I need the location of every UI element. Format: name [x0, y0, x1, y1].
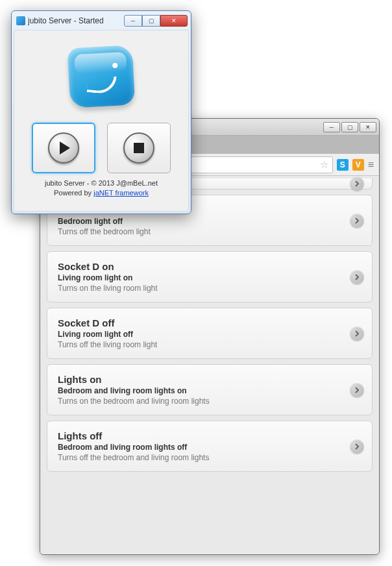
bookmark-star-icon[interactable]: ☆	[320, 159, 328, 171]
item-subtitle: Bedroom light off	[58, 217, 343, 226]
footer-prefix: Powered by	[54, 189, 93, 197]
item-description: Turns off the bedroom light	[58, 227, 343, 236]
app-titlebar[interactable]: jubito Server - Started ─ ▢ ✕	[14, 13, 189, 29]
item-description: Turns off the bedroom and living room li…	[58, 453, 343, 462]
item-description: Turns on the living room light	[58, 284, 343, 293]
item-subtitle: Bedroom and living room lights off	[58, 443, 343, 452]
skype-extension-icon[interactable]: S	[337, 159, 349, 171]
item-subtitle: Living room light off	[58, 330, 343, 339]
footer-copyright: jubito Server - © 2013 J@mBeL.net	[45, 178, 158, 188]
logo	[69, 34, 134, 119]
control-row	[32, 123, 171, 173]
stop-button[interactable]	[107, 123, 171, 173]
jubito-logo-icon	[67, 45, 136, 108]
minimize-button[interactable]: ─	[124, 15, 142, 27]
chevron-right-icon	[350, 270, 364, 284]
item-subtitle: Living room light on	[58, 273, 343, 282]
item-title: Socket D off	[58, 317, 343, 328]
app-footer: jubito Server - © 2013 J@mBeL.net Powere…	[45, 178, 158, 199]
play-icon	[48, 132, 79, 164]
app-body: jubito Server - © 2013 J@mBeL.net Powere…	[14, 30, 189, 212]
item-description: Turns off the living room light	[58, 340, 343, 349]
close-button[interactable]: ✕	[360, 122, 376, 132]
maximize-button[interactable]: ▢	[142, 15, 160, 27]
play-button[interactable]	[32, 123, 95, 173]
page-content[interactable]: Socket C off Bedroom light off Turns off…	[40, 176, 379, 554]
list-item[interactable]: Socket D off Living room light off Turns…	[47, 308, 373, 359]
maximize-button[interactable]: ▢	[341, 122, 358, 132]
toolbar-icons: S V ≡	[337, 159, 374, 171]
item-description: Turns on the bedroom and living room lig…	[58, 397, 343, 406]
chevron-right-icon	[350, 439, 364, 454]
chevron-right-icon	[350, 177, 364, 191]
item-title: Socket D on	[58, 261, 343, 272]
stop-icon	[123, 132, 154, 164]
chevron-right-icon	[350, 383, 364, 397]
list-item[interactable]: Lights on Bedroom and living room lights…	[47, 364, 373, 415]
menu-icon[interactable]: ≡	[368, 159, 374, 171]
item-subtitle: Bedroom and living room lights on	[58, 386, 343, 395]
chevron-right-icon	[350, 326, 364, 341]
extension-icon[interactable]: V	[352, 159, 364, 171]
item-title: Lights on	[58, 374, 343, 385]
item-title: Lights off	[58, 430, 343, 441]
close-button[interactable]: ✕	[160, 15, 188, 27]
chevron-right-icon	[350, 214, 364, 228]
app-icon	[16, 16, 25, 25]
list-item[interactable]: Lights off Bedroom and living room light…	[47, 421, 373, 472]
framework-link[interactable]: jaNET framework	[93, 189, 149, 197]
app-title: jubito Server - Started	[28, 16, 104, 25]
server-app-window: jubito Server - Started ─ ▢ ✕ jubito Ser…	[11, 10, 191, 214]
minimize-button[interactable]: ─	[323, 122, 340, 132]
list-item[interactable]: Socket D on Living room light on Turns o…	[47, 251, 373, 302]
